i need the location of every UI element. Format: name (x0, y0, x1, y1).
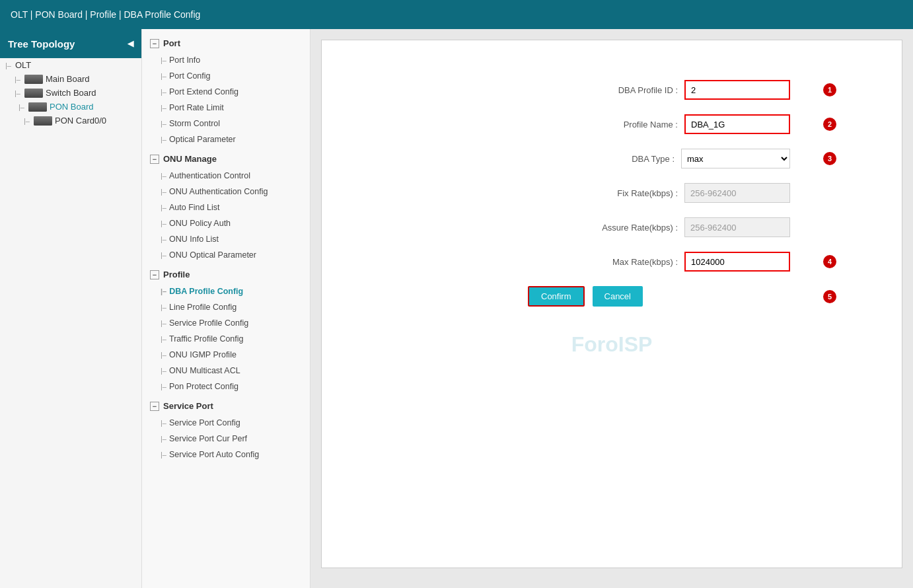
switchboard-label: Switch Board (46, 88, 96, 98)
menu-section-profile: − Profile |–DBA Profile Config |–Line Pr… (142, 266, 310, 394)
onu-collapse-icon[interactable]: − (150, 155, 159, 164)
profile-collapse-icon[interactable]: − (150, 270, 159, 279)
label-dba-type: DBA Type : (569, 154, 675, 164)
content-panel: ForoISP DBA Profile ID : 1 Profile Name … (321, 40, 902, 568)
switchboard-icon (24, 89, 43, 98)
badge-4: 4 (823, 255, 836, 268)
menu-item-port-info[interactable]: |–Port Info (142, 52, 310, 68)
menu-item-sp-auto-config[interactable]: |–Service Port Auto Config (142, 447, 310, 462)
profile-section-label: Profile (163, 270, 190, 279)
sidebar-title: Tree Topology (8, 38, 75, 50)
badge-1: 1 (823, 83, 836, 96)
poncard-icon (34, 116, 52, 126)
menu-item-auth-control[interactable]: |–Authentication Control (142, 168, 310, 184)
menu-item-onu-optical[interactable]: |–ONU Optical Parameter (142, 247, 310, 263)
mainboard-label: Main Board (46, 74, 89, 84)
port-section-label: Port (163, 38, 180, 48)
menu-item-multicast-acl[interactable]: |–ONU Multicast ACL (142, 363, 310, 379)
label-assure-rate: Assure Rate(kbps) : (572, 223, 678, 233)
ponboard-label: PON Board (50, 102, 93, 112)
olt-label: OLT (15, 60, 31, 70)
mainboard-icon (24, 75, 43, 84)
menu-item-sp-config[interactable]: |–Service Port Config (142, 415, 310, 431)
menu-item-onu-policy[interactable]: |–ONU Policy Auth (142, 215, 310, 231)
onu-section-label: ONU Manage (163, 154, 217, 164)
dba-profile-form: DBA Profile ID : 1 Profile Name : 2 DBA … (381, 80, 843, 307)
form-row-profile-name: Profile Name : 2 (381, 114, 843, 134)
menu-item-traffic-profile[interactable]: |–Traffic Profile Config (142, 331, 310, 347)
menu-item-port-config[interactable]: |–Port Config (142, 68, 310, 84)
form-row-dba-id: DBA Profile ID : 1 (381, 80, 843, 100)
form-row-assure-rate: Assure Rate(kbps) : (381, 217, 843, 237)
serviceport-section-header[interactable]: − Service Port (142, 397, 310, 415)
select-dba-type[interactable]: max fixed assure max+assure (681, 149, 790, 168)
input-max-rate[interactable] (684, 252, 790, 272)
menu-item-port-extend[interactable]: |–Port Extend Config (142, 84, 310, 100)
tree-item-poncard[interactable]: |– PON Card0/0 (0, 114, 141, 128)
connector-mainboard: |– (15, 75, 20, 83)
connector-olt: |– (5, 61, 11, 69)
badge-3: 3 (823, 152, 836, 165)
menu-item-igmp-profile[interactable]: |–ONU IGMP Profile (142, 347, 310, 363)
sidebar-collapse-icon[interactable]: ◀ (128, 39, 133, 48)
input-profile-name[interactable] (684, 114, 790, 134)
port-section-header[interactable]: − Port (142, 34, 310, 52)
menu-item-sp-cur-perf[interactable]: |–Service Port Cur Perf (142, 431, 310, 447)
menu-item-service-profile[interactable]: |–Service Profile Config (142, 315, 310, 331)
label-dba-id: DBA Profile ID : (572, 85, 678, 95)
form-row-fix-rate: Fix Rate(kbps) : (381, 183, 843, 203)
poncard-label: PON Card0/0 (55, 116, 106, 126)
cancel-button[interactable]: Cancel (593, 286, 643, 307)
ponboard-icon (28, 102, 47, 112)
menu-item-auto-find[interactable]: |–Auto Find List (142, 200, 310, 215)
menu-section-port: − Port |–Port Info |–Port Config |–Port … (142, 34, 310, 147)
menu-item-storm-control[interactable]: |–Storm Control (142, 116, 310, 131)
tree-item-olt[interactable]: |– OLT (0, 58, 141, 72)
tree-item-switchboard[interactable]: |– Switch Board (0, 86, 141, 100)
menu-item-dba-profile[interactable]: |–DBA Profile Config (142, 283, 310, 299)
menu-item-onu-info[interactable]: |–ONU Info List (142, 231, 310, 247)
badge-5: 5 (823, 290, 836, 303)
menu-item-optical-param[interactable]: |–Optical Parameter (142, 131, 310, 147)
header-bar: OLT | PON Board | Profile | DBA Profile … (0, 0, 913, 29)
form-row-max-rate: Max Rate(kbps) : 4 (381, 252, 843, 272)
confirm-button[interactable]: Confirm (528, 286, 585, 307)
sidebar: Tree Topology ◀ |– OLT |– Main Board |– … (0, 29, 142, 588)
menu-item-port-rate[interactable]: |–Port Rate Limit (142, 100, 310, 116)
middle-panel: − Port |–Port Info |–Port Config |–Port … (142, 29, 310, 588)
menu-section-onu: − ONU Manage |–Authentication Control |–… (142, 150, 310, 263)
tree-item-mainboard[interactable]: |– Main Board (0, 72, 141, 86)
connector-poncard: |– (24, 117, 30, 125)
menu-section-serviceport: − Service Port |–Service Port Config |–S… (142, 397, 310, 462)
serviceport-section-label: Service Port (163, 401, 213, 411)
tree-item-ponboard[interactable]: |– PON Board (0, 100, 141, 114)
badge-2: 2 (823, 118, 836, 131)
menu-item-onu-auth-config[interactable]: |–ONU Authentication Config (142, 184, 310, 200)
connector-ponboard: |– (18, 103, 24, 111)
connector-switchboard: |– (15, 89, 20, 97)
label-profile-name: Profile Name : (572, 120, 678, 129)
port-collapse-icon[interactable]: − (150, 39, 159, 48)
sidebar-header: Tree Topology ◀ (0, 29, 141, 58)
profile-section-header[interactable]: − Profile (142, 266, 310, 283)
onu-section-header[interactable]: − ONU Manage (142, 150, 310, 168)
input-assure-rate (684, 217, 790, 237)
form-row-dba-type: DBA Type : max fixed assure max+assure 3 (381, 149, 843, 168)
serviceport-collapse-icon[interactable]: − (150, 402, 159, 411)
breadcrumb: OLT | PON Board | Profile | DBA Profile … (11, 9, 200, 20)
label-max-rate: Max Rate(kbps) : (572, 257, 678, 267)
main-content: ForoISP DBA Profile ID : 1 Profile Name … (310, 29, 913, 588)
form-buttons: Confirm Cancel 5 (381, 286, 843, 307)
input-fix-rate (684, 183, 790, 203)
input-dba-id[interactable] (684, 80, 790, 100)
menu-item-pon-protect[interactable]: |–Pon Protect Config (142, 379, 310, 394)
menu-item-line-profile[interactable]: |–Line Profile Config (142, 299, 310, 315)
label-fix-rate: Fix Rate(kbps) : (572, 188, 678, 198)
watermark: ForoISP (571, 332, 653, 357)
